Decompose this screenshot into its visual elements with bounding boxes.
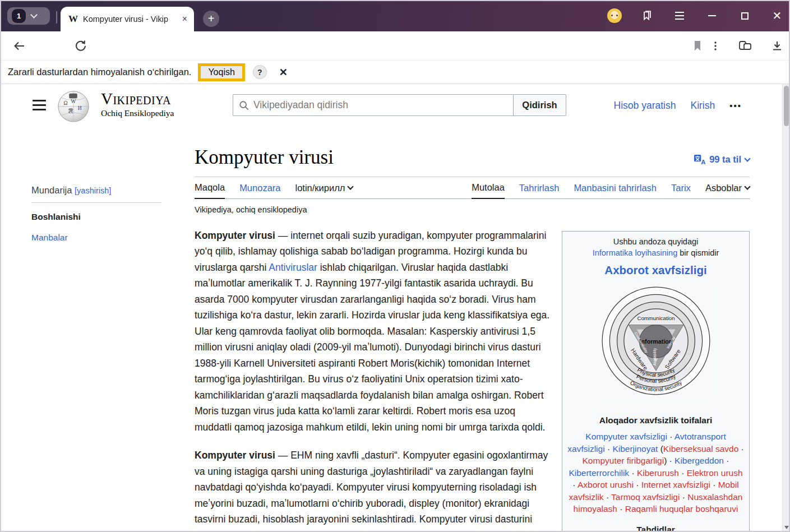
wikipedia-wordmark[interactable]: Vikipediya Ochiq Ensiklopediya: [101, 91, 174, 118]
wikipedia-favicon-icon: W: [68, 13, 78, 25]
text-run: ·: [634, 480, 641, 489]
wiki-link[interactable]: Internet xavfsizligi: [641, 480, 710, 489]
search-button[interactable]: Qidirish: [513, 94, 566, 116]
text-run: ·: [605, 444, 613, 454]
logo-subtitle: Ochiq Ensiklopediya: [101, 108, 174, 118]
infobox-intro-line2: bir qismidir: [677, 248, 719, 257]
chevron-down-icon: [30, 11, 38, 18]
wiki-link[interactable]: Tarmoq xavfsizligi: [611, 492, 680, 502]
text-run: Kompyuter virusi: [195, 450, 275, 461]
scrollbar-thumb[interactable]: [784, 86, 789, 126]
chevron-down-icon: [744, 183, 750, 189]
svg-text:W: W: [71, 98, 76, 104]
reload-icon[interactable]: [74, 39, 87, 53]
wiki-link[interactable]: Kompyuter xavfsizligi: [585, 432, 667, 441]
wiki-link[interactable]: Kiberjinoyat: [612, 444, 658, 454]
text-run: ·: [572, 480, 578, 489]
variant-label: lotin/кирилл: [295, 183, 345, 193]
help-icon[interactable]: ?: [253, 65, 267, 79]
tab-separator: [56, 11, 57, 24]
wiki-link[interactable]: Axborot urushi: [578, 480, 634, 489]
user-menu-icon[interactable]: •••: [729, 101, 742, 110]
chevron-down-icon: [348, 183, 354, 189]
create-account-link[interactable]: Hisob yaratish: [614, 100, 676, 112]
svg-text:И: И: [78, 105, 82, 111]
window-maximize-button[interactable]: [737, 8, 752, 23]
infobox-axborot-xavfsizligi: Ushbu andoza quyidagi Informatika loyiha…: [562, 231, 750, 532]
language-count: 99 ta til: [709, 154, 741, 165]
text-run: ·: [724, 456, 729, 465]
search-input[interactable]: [253, 99, 513, 111]
tab-tarix[interactable]: Tarix: [671, 183, 691, 198]
table-of-contents: Mundarija [yashirish] Boshlanishi Manbal…: [31, 185, 161, 243]
new-tab-button[interactable]: +: [203, 11, 219, 27]
back-icon[interactable]: [12, 39, 26, 53]
wiki-link[interactable]: Raqamli huquqlar boshqaruvi: [625, 504, 738, 514]
window-close-button[interactable]: ✕: [770, 8, 784, 23]
downloads-icon[interactable]: [770, 39, 784, 53]
profile-avatar[interactable]: [607, 8, 622, 23]
wiki-link[interactable]: Antiviruslar: [269, 262, 317, 273]
article: Kompyuter virusi A 99 ta til Maqola Muno…: [195, 147, 750, 532]
kebab-menu-icon[interactable]: [710, 40, 723, 53]
tab-title: Kompyuter virusi - Vikip: [83, 15, 181, 24]
informatika-project-link[interactable]: Informatika loyihasining: [593, 248, 678, 257]
collections-icon[interactable]: [640, 8, 654, 23]
extensions-icon[interactable]: [738, 39, 751, 53]
search-icon: [239, 100, 249, 110]
site-subtitle: Vikipediya, ochiq ensiklopediya: [195, 205, 750, 214]
article-title: Kompyuter virusi: [195, 147, 750, 169]
tab-tahrirlash[interactable]: Tahrirlash: [519, 183, 560, 198]
wiki-link[interactable]: Kiberurush: [637, 468, 679, 478]
text-run: ·: [617, 504, 625, 514]
text-run: ·: [738, 444, 743, 454]
wiki-link[interactable]: Kiberseksual savdo: [663, 444, 738, 454]
tab-mutolaa[interactable]: Mutolaa: [472, 182, 505, 199]
wiki-main-menu-icon[interactable]: [33, 100, 46, 110]
infobox-title-link[interactable]: Axborot xavfsizligi: [567, 262, 745, 279]
wikipedia-page: Ω W И 袰 Vikipediya Ochiq Ensiklopediya Q…: [0, 84, 782, 532]
wiki-link[interactable]: Kibergeddon: [674, 456, 724, 465]
wiki-link[interactable]: Elektron urush: [687, 468, 743, 478]
enable-protection-button[interactable]: Yoqish: [198, 63, 244, 81]
text-run: Kompyuter virusi: [195, 230, 275, 241]
notification-message: Zararli dasturlardan himoyalanish oʻchir…: [8, 67, 191, 77]
diagram-label-communication: Communication: [637, 315, 674, 321]
tab-munozara[interactable]: Munozara: [239, 183, 280, 198]
information-security-diagram: Communication Information Hardware Softw…: [599, 284, 713, 398]
wiki-link[interactable]: Kiberterrorchilik: [569, 468, 629, 478]
wikipedia-globe-logo[interactable]: Ω W И 袰: [56, 89, 91, 123]
browser-menu-icon[interactable]: [672, 8, 687, 23]
infobox-intro-line1: Ushbu andoza quyidagi: [567, 236, 745, 247]
browser-titlebar: 1 W Kompyuter virusi - Vikip × + ✕: [0, 0, 790, 31]
toc-item-boshlanishi[interactable]: Boshlanishi: [31, 212, 161, 222]
window-minimize-button[interactable]: [705, 8, 719, 23]
chevron-down-icon: [744, 155, 750, 161]
svg-text:A: A: [701, 159, 706, 165]
page-scrollbar[interactable]: [782, 84, 790, 532]
text-run: ishlab chiqarilgan. Viruslar haqida dast…: [195, 262, 549, 433]
svg-text:Ω: Ω: [64, 100, 68, 106]
tab-manbasini-tahrirlash[interactable]: Manbasini tahrirlash: [574, 183, 657, 198]
text-run: ·: [710, 480, 718, 489]
tab-close-icon[interactable]: ×: [181, 14, 188, 24]
tab-counter-badge[interactable]: 1: [12, 9, 26, 23]
tab-group-selector[interactable]: 1: [7, 7, 50, 25]
browser-tab[interactable]: W Kompyuter virusi - Vikip ×: [61, 7, 194, 31]
article-tabs: Maqola Munozara lotin/кирилл Mutolaa Tah…: [195, 177, 750, 199]
login-link[interactable]: Kirish: [690, 100, 715, 112]
wiki-link[interactable]: Kompyuter firibgarligi: [583, 456, 664, 465]
scrollbar-down-arrow[interactable]: [784, 526, 789, 529]
notification-close-icon[interactable]: ✕: [279, 66, 288, 78]
tools-label: Asboblar: [705, 183, 742, 193]
tools-menu[interactable]: Asboblar: [705, 183, 750, 198]
language-selector[interactable]: A 99 ta til: [694, 154, 750, 165]
text-run: ·: [667, 432, 674, 441]
text-run: ·: [604, 492, 612, 502]
toc-item-manbalar[interactable]: Manbalar: [31, 233, 161, 243]
tab-maqola[interactable]: Maqola: [195, 182, 225, 199]
toc-hide-link[interactable]: [yashirish]: [75, 186, 111, 195]
bookmark-icon[interactable]: [692, 40, 705, 53]
variant-selector[interactable]: lotin/кирилл: [295, 183, 353, 198]
diagram-label-availability: Availability: [653, 348, 657, 366]
